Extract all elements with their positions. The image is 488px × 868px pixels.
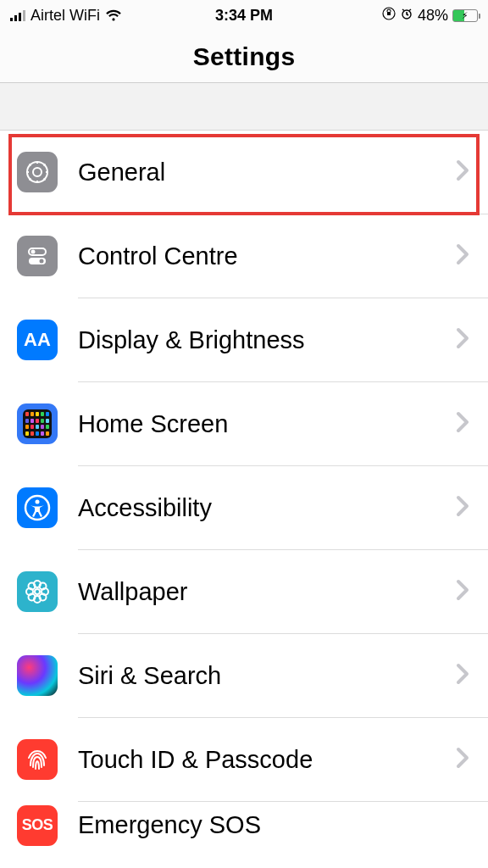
chevron-right-icon bbox=[456, 495, 469, 520]
row-display-brightness[interactable]: AA Display & Brightness bbox=[0, 298, 488, 381]
alarm-icon bbox=[400, 7, 413, 25]
fingerprint-icon bbox=[17, 739, 58, 780]
row-label: Accessibility bbox=[58, 494, 456, 522]
sos-label: SOS bbox=[22, 816, 53, 834]
status-right: 48% ⚡︎ bbox=[322, 7, 478, 25]
row-label: Display & Brightness bbox=[58, 326, 456, 354]
flower-icon bbox=[17, 571, 58, 612]
row-label: Emergency SOS bbox=[58, 811, 469, 839]
wifi-icon bbox=[105, 9, 122, 22]
carrier-label: Airtel WiFi bbox=[30, 7, 100, 25]
row-emergency-sos[interactable]: SOS Emergency SOS bbox=[0, 802, 488, 849]
switches-icon bbox=[17, 236, 58, 276]
chevron-right-icon bbox=[456, 411, 469, 437]
row-label: Siri & Search bbox=[58, 662, 456, 690]
row-label: General bbox=[58, 159, 456, 186]
row-label: Control Centre bbox=[58, 242, 456, 270]
accessibility-icon bbox=[17, 487, 58, 528]
charging-icon: ⚡︎ bbox=[453, 10, 477, 20]
page-title: Settings bbox=[193, 42, 296, 71]
section-separator bbox=[0, 83, 488, 131]
row-touchid-passcode[interactable]: Touch ID & Passcode bbox=[0, 718, 488, 801]
status-time: 3:34 PM bbox=[166, 7, 322, 25]
status-left: Airtel WiFi bbox=[10, 7, 166, 25]
chevron-right-icon bbox=[456, 243, 469, 269]
svg-point-7 bbox=[40, 259, 44, 264]
row-wallpaper[interactable]: Wallpaper bbox=[0, 550, 488, 633]
chevron-right-icon bbox=[456, 579, 469, 604]
chevron-right-icon bbox=[456, 327, 469, 353]
row-label: Touch ID & Passcode bbox=[58, 746, 456, 774]
chevron-right-icon bbox=[456, 747, 469, 772]
siri-icon bbox=[17, 655, 58, 696]
gear-icon bbox=[17, 152, 58, 192]
chevron-right-icon bbox=[456, 159, 469, 185]
sos-icon: SOS bbox=[17, 805, 58, 846]
navigation-bar: Settings bbox=[0, 31, 488, 83]
row-label: Wallpaper bbox=[58, 578, 456, 606]
svg-point-9 bbox=[36, 500, 40, 504]
row-general[interactable]: General bbox=[0, 131, 488, 214]
home-screen-icon bbox=[17, 403, 58, 444]
row-control-centre[interactable]: Control Centre bbox=[0, 214, 488, 298]
svg-point-10 bbox=[35, 589, 40, 594]
row-label: Home Screen bbox=[58, 410, 456, 438]
battery-percentage: 48% bbox=[418, 7, 448, 25]
svg-point-2 bbox=[33, 168, 42, 176]
chevron-right-icon bbox=[456, 663, 469, 688]
text-size-icon: AA bbox=[17, 320, 58, 360]
battery-icon: ⚡︎ bbox=[452, 9, 478, 22]
status-bar: Airtel WiFi 3:34 PM 48% ⚡︎ bbox=[0, 0, 488, 31]
orientation-lock-icon bbox=[382, 7, 396, 25]
settings-list: General Control Centre AA Display & Brig… bbox=[0, 131, 488, 849]
svg-point-5 bbox=[31, 250, 36, 254]
row-home-screen[interactable]: Home Screen bbox=[0, 382, 488, 465]
row-siri-search[interactable]: Siri & Search bbox=[0, 634, 488, 717]
row-accessibility[interactable]: Accessibility bbox=[0, 466, 488, 549]
cellular-signal-icon bbox=[10, 9, 25, 21]
aa-label: AA bbox=[24, 329, 51, 351]
